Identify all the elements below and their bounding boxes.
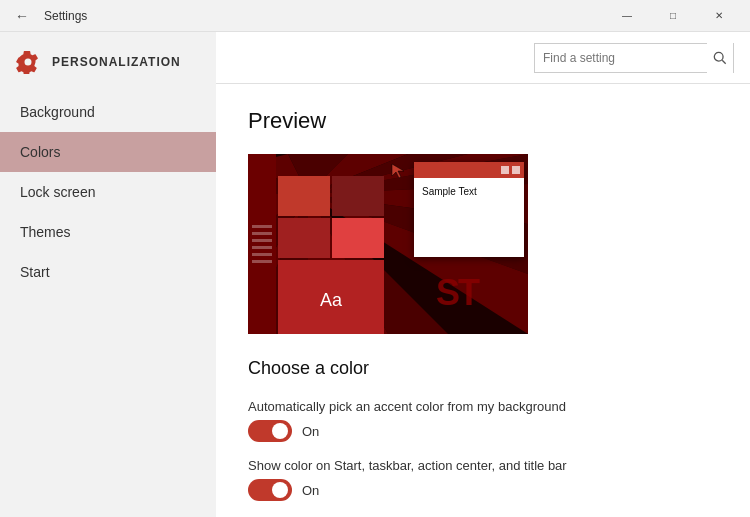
tile-1 — [278, 176, 330, 216]
toggle-row-auto-pick: Automatically pick an accent color from … — [248, 399, 718, 442]
search-box[interactable] — [534, 43, 734, 73]
tile-3 — [278, 218, 330, 258]
svg-marker-19 — [392, 164, 404, 178]
sidebar-nav: Background Colors Lock screen Themes Sta… — [0, 92, 216, 517]
preview-sample-text: Sample Text — [422, 186, 477, 197]
preview-left-strip — [248, 154, 276, 334]
sidebar-header: PERSONALIZATION — [0, 32, 216, 92]
preview-window: Sample Text — [414, 162, 524, 257]
toggle-label-show-color: Show color on Start, taskbar, action cen… — [248, 458, 718, 473]
tile-2 — [332, 176, 384, 216]
title-bar-title: Settings — [44, 9, 87, 23]
strip-line — [252, 232, 272, 235]
sidebar-item-background[interactable]: Background — [0, 92, 216, 132]
sidebar-item-themes[interactable]: Themes — [0, 212, 216, 252]
toggle-wrap-show-color: On — [248, 479, 718, 501]
app-container: PERSONALIZATION Background Colors Lock s… — [0, 32, 750, 517]
toggle-label-auto-pick: Automatically pick an accent color from … — [248, 399, 718, 414]
maximize-button[interactable]: □ — [650, 0, 696, 32]
title-bar-left: ← Settings — [8, 2, 604, 30]
search-icon[interactable] — [707, 43, 733, 73]
close-button[interactable]: ✕ — [696, 0, 742, 32]
strip-line — [252, 239, 272, 242]
tile-grid: Aa — [276, 174, 386, 334]
main-header — [216, 32, 750, 84]
toggle-state-show-color: On — [302, 483, 319, 498]
title-bar-controls: — □ ✕ — [604, 0, 742, 32]
back-button[interactable]: ← — [8, 2, 36, 30]
sidebar-item-colors[interactable]: Colors — [0, 132, 216, 172]
preview-bg-text: ST — [436, 272, 478, 314]
preview-window-body: Sample Text — [414, 178, 524, 205]
main-content: Preview — [216, 32, 750, 517]
title-bar: ← Settings — □ ✕ — [0, 0, 750, 32]
strip-line — [252, 225, 272, 228]
sidebar-item-lock-screen[interactable]: Lock screen — [0, 172, 216, 212]
preview-window-controls — [501, 166, 520, 174]
cursor-indicator — [390, 162, 408, 185]
search-input[interactable] — [535, 51, 707, 65]
preview-title: Preview — [248, 108, 718, 134]
strip-line — [252, 260, 272, 263]
preview-window-titlebar — [414, 162, 524, 178]
sidebar-header-title: PERSONALIZATION — [52, 55, 181, 69]
toggle-thumb-auto-pick — [272, 423, 288, 439]
toggle-wrap-auto-pick: On — [248, 420, 718, 442]
strip-line — [252, 253, 272, 256]
svg-line-1 — [722, 60, 726, 64]
tile-4 — [332, 218, 384, 258]
toggle-show-color[interactable] — [248, 479, 292, 501]
toggle-thumb-show-color — [272, 482, 288, 498]
preview-window-dot — [512, 166, 520, 174]
color-section-title: Choose a color — [248, 358, 718, 379]
tile-aa: Aa — [278, 260, 384, 334]
svg-point-0 — [714, 52, 723, 61]
toggle-auto-pick[interactable] — [248, 420, 292, 442]
tile-aa-label: Aa — [320, 290, 342, 311]
toggle-row-show-color: Show color on Start, taskbar, action cen… — [248, 458, 718, 501]
strip-line — [252, 246, 272, 249]
preview-window-dot — [501, 166, 509, 174]
sidebar-item-start[interactable]: Start — [0, 252, 216, 292]
sidebar: PERSONALIZATION Background Colors Lock s… — [0, 32, 216, 517]
settings-gear-icon — [16, 50, 40, 74]
content-area: Preview — [216, 84, 750, 517]
preview-container: Aa ST Sample Text — [248, 154, 528, 334]
toggle-state-auto-pick: On — [302, 424, 319, 439]
minimize-button[interactable]: — — [604, 0, 650, 32]
